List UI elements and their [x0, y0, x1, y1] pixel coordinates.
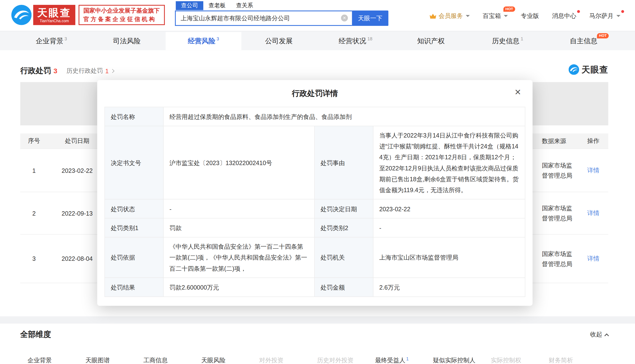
dim-link-suspected-controller[interactable]: 疑似实际控制人 [433, 357, 491, 364]
nav-pro-version[interactable]: 专业版 [521, 12, 539, 20]
search-button[interactable]: 天眼一下 [352, 11, 388, 26]
header-no: 序号 [20, 137, 48, 145]
section-title: 行政处罚3 [20, 66, 57, 76]
cell-source: 国家市场监督管理总局 [542, 248, 577, 269]
field-label: 处罚类别1 [105, 218, 164, 237]
collapse-button[interactable]: 收起 [590, 331, 608, 338]
field-value: 经营用超过保质期的食品原料、食品添加剂生产的食品、食品添加剂 [164, 107, 525, 126]
field-label: 处罚事由 [315, 126, 373, 199]
chevron-right-icon [111, 69, 115, 73]
pro-label: 专业版 [521, 12, 539, 20]
modal-title: 行政处罚详情 [97, 80, 533, 98]
hot-badge: HOT [503, 6, 515, 12]
tab-label: 知识产权 [417, 36, 445, 46]
notification-dot [621, 10, 624, 13]
messages-label: 消息中心 [552, 12, 576, 20]
field-label: 处罚状态 [105, 199, 164, 218]
field-value: 2023-02-22 [373, 199, 525, 218]
vip-label: 会员服务 [439, 12, 463, 20]
nav-toolbox[interactable]: 百宝箱 HOT [483, 12, 508, 20]
detail-link[interactable]: 详情 [587, 166, 599, 173]
crown-icon [429, 13, 437, 18]
company-tabbar: 企业背景3 司法风险 经营风险3 公司发展 经营状况18 知识产权 历史信息1 … [0, 32, 635, 50]
tianyancha-page: 天眼查 TianYanCha.com 国家中小企业发展子基金旗下 官方备案企业征… [0, 0, 635, 364]
header-action: 操作 [577, 137, 608, 145]
header-source: 数据来源 [542, 136, 577, 146]
search-tab-relation[interactable]: 查关系 [231, 1, 259, 10]
watermark-logo: 天眼查 [569, 64, 608, 75]
dim-link-beneficiary[interactable]: 最终受益人1 [375, 357, 433, 364]
nav-message-center[interactable]: 消息中心 [552, 12, 576, 20]
modal-row-name: 处罚名称 经营用超过保质期的食品原料、食品添加剂生产的食品、食品添加剂 [105, 107, 525, 126]
field-value: 当事人于2022年3月14日从江中食疗科技有限公司购进“江中猴菇”朗姆红提、酥性… [373, 126, 525, 199]
tab-history-info[interactable]: 历史信息1 [470, 32, 545, 50]
tab-label: 历史信息 [492, 36, 520, 46]
detail-link[interactable]: 详情 [587, 255, 599, 262]
caret-down-icon [616, 15, 620, 17]
search-tab-boss[interactable]: 查老板 [203, 1, 231, 10]
watermark-text: 天眼查 [581, 64, 608, 75]
modal-row-basis-authority: 处罚依据 《中华人民共和国食品安全法》第一百二十四条第一款第(二)项，《中华人民… [105, 237, 525, 278]
field-label: 处罚类别2 [315, 218, 373, 237]
tab-self-info[interactable]: 自主信息 HOT [546, 32, 622, 50]
tab-operation-status[interactable]: 经营状况18 [317, 32, 393, 50]
hot-badge: HOT [597, 33, 609, 38]
dim-link-graph[interactable]: 天眼图谱 [85, 357, 143, 364]
search-tab-company[interactable]: 查公司 [176, 1, 203, 10]
field-label: 处罚决定日期 [315, 199, 373, 218]
section-title-text: 行政处罚 [20, 66, 51, 75]
company-tabbar-inner: 企业背景3 司法风险 经营风险3 公司发展 经营状况18 知识产权 历史信息1 … [13, 32, 622, 50]
history-count: 1 [105, 68, 109, 74]
cell-action: 详情 [577, 166, 608, 174]
collapse-label: 收起 [590, 331, 602, 338]
dim-link-financial-brief: 财务简析 [549, 357, 607, 364]
field-value: 沪市监宝处〔2023〕132022002410号 [164, 126, 315, 199]
cell-action: 详情 [577, 255, 608, 262]
detail-link[interactable]: 详情 [587, 209, 599, 216]
nav-user-menu[interactable]: 马尔萨月 [589, 12, 620, 20]
field-label: 处罚依据 [105, 237, 164, 278]
close-icon[interactable]: ✕ [515, 87, 521, 97]
cell-no: 1 [20, 167, 48, 174]
tab-count: 1 [521, 36, 523, 41]
cert-line2: 官方备案企业征信机构 [84, 15, 160, 24]
tab-label: 自主信息 [570, 36, 597, 46]
dim-link-outbound-investment: 对外投资 [259, 357, 317, 364]
dim-link-company-background[interactable]: 企业背景 [28, 357, 85, 364]
penalty-detail-table: 处罚名称 经营用超过保质期的食品原料、食品添加剂生产的食品、食品添加剂 决定书文… [105, 107, 525, 297]
clear-search-icon[interactable]: ✕ [341, 14, 348, 21]
chevron-up-icon [604, 334, 609, 338]
top-nav: 会员服务 百宝箱 HOT 专业版 消息中心 马尔萨月 [429, 12, 620, 20]
field-value: 罚款 [164, 218, 315, 237]
cert-line1: 国家中小企业发展子基金旗下 [84, 6, 160, 15]
logo-subtext: TianYanCha.com [33, 18, 75, 23]
username-label: 马尔萨月 [589, 12, 613, 20]
field-value: 罚款2.600000万元 [164, 278, 315, 297]
tab-company-development[interactable]: 公司发展 [242, 32, 317, 50]
dim-link-registration-info[interactable]: 工商信息 [143, 357, 201, 364]
search-row: ✕ 天眼一下 [175, 11, 388, 26]
tab-intellectual-property[interactable]: 知识产权 [393, 32, 470, 50]
brand-logo[interactable]: 天眼查 TianYanCha.com 国家中小企业发展子基金旗下 官方备案企业征… [11, 5, 164, 25]
field-label: 处罚机关 [315, 237, 373, 278]
tab-legal-risk[interactable]: 司法风险 [89, 32, 165, 50]
caret-down-icon [504, 15, 508, 17]
history-label: 历史行政处罚 [66, 67, 103, 75]
history-penalty-link[interactable]: 历史行政处罚 1 [66, 67, 114, 75]
field-value: 2.6万元 [373, 278, 525, 297]
field-value: - [373, 218, 525, 237]
tab-operation-risk[interactable]: 经营风险3 [165, 32, 242, 50]
nav-vip-services[interactable]: 会员服务 [429, 12, 470, 20]
tab-count: 3 [217, 36, 219, 41]
cell-source: 国家市场监督管理总局 [542, 160, 577, 180]
logo-text: 天眼查 [33, 7, 75, 18]
field-value: - [164, 199, 315, 218]
search-input[interactable] [175, 11, 352, 26]
modal-row-doc-reason: 决定书文号 沪市监宝处〔2023〕132022002410号 处罚事由 当事人于… [105, 126, 525, 199]
tab-company-background[interactable]: 企业背景3 [13, 32, 89, 50]
dim-link-label: 最终受益人 [375, 357, 405, 364]
dimension-links: 企业背景 天眼图谱 工商信息 天眼风险 对外投资 历史对外投资 最终受益人1 疑… [28, 357, 607, 364]
dim-link-risk[interactable]: 天眼风险 [201, 357, 259, 364]
dim-link-actual-control: 实际控制权 [491, 357, 549, 364]
tab-label: 公司发展 [265, 36, 293, 46]
